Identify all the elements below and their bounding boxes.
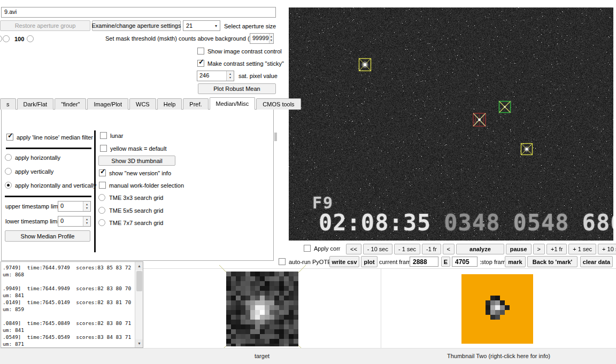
sat-pixel-spinbox[interactable]: 246 ▴▾ (197, 71, 234, 81)
vts-field-right: 0548 (513, 210, 569, 236)
divider (94, 130, 96, 252)
mask-threshold-spinbox[interactable]: 99999 ▴▾ (250, 33, 274, 44)
scroll-up-icon[interactable]: ▲ (135, 262, 143, 270)
stop-frame-input[interactable]: 4705 (452, 257, 478, 267)
playback-button[interactable]: pause (506, 244, 532, 254)
vts-frame-number: 68663 (582, 210, 613, 236)
yellow-mask-default-checkbox[interactable] (100, 145, 107, 152)
playback-button[interactable]: + 1 sec (568, 244, 596, 254)
auto-run-pyote-label: auto-run PyOTE (289, 259, 331, 265)
upper-timestamp-limit-spinbox[interactable]: 0 ▴▾ (58, 201, 91, 212)
aperture-marker-red[interactable] (472, 112, 487, 127)
apply-vertically-radio[interactable] (5, 168, 12, 175)
tab[interactable]: CMOS tools (256, 98, 301, 110)
tme-3x3-label: TME 3x3 search grid (109, 195, 163, 201)
tab[interactable]: Pref. (183, 98, 208, 110)
panel-scrollbar-thumb[interactable] (274, 133, 277, 141)
video-filename-input[interactable]: 9.avi (1, 7, 276, 18)
log-line: .9749] time:7644.9749 scores:83 85 83 72 (3, 264, 134, 271)
playback-button[interactable]: < (443, 244, 455, 254)
divider (6, 148, 91, 149)
aperture-default-radio-clipped[interactable] (0, 35, 2, 42)
spinner-arrows-icon[interactable]: ▴▾ (83, 216, 90, 226)
thumbnail-two-image[interactable] (461, 274, 533, 344)
apply-vertically-label: apply vertically (15, 168, 53, 175)
sat-pixel-label: sat. pixel value (238, 73, 278, 79)
tab[interactable]: "finder" (55, 98, 86, 110)
examine-aperture-settings-button[interactable]: Examine/change aperture settings (92, 20, 181, 31)
playback-button[interactable]: analyze (456, 244, 504, 254)
tab[interactable]: s (0, 98, 16, 110)
video-frame-view[interactable]: F9 02:08:350348054868663 (289, 7, 613, 241)
plot-button[interactable]: plot (361, 256, 378, 267)
show-median-profile-button[interactable]: Show Median Profile (5, 230, 90, 242)
aperture-marker-green[interactable] (498, 100, 511, 113)
aperture-size-select[interactable]: 21 ▾ (183, 20, 220, 31)
restore-aperture-group-button[interactable]: Restore aperture group (0, 20, 90, 31)
aperture-100-label: 100 (14, 36, 24, 42)
lower-timestamp-limit-label: lower timestamp limit (5, 218, 60, 224)
plot-robust-mean-button[interactable]: Plot Robust Mean (198, 83, 276, 94)
current-frame-input[interactable]: 2888 (410, 257, 438, 267)
tab[interactable]: Median/Misc (210, 97, 256, 110)
tab[interactable]: Dark/Flat (17, 98, 54, 110)
show-image-contrast-checkbox[interactable] (197, 48, 204, 55)
back-to-mark-button[interactable]: Back to 'mark' (527, 256, 578, 267)
tme-5x5-label: TME 5x5 search grid (109, 207, 163, 214)
video-frame-image[interactable] (289, 7, 613, 241)
log-line: um: 841 (3, 327, 134, 334)
lunar-checkbox[interactable] (100, 132, 107, 139)
spinner-arrows-icon[interactable]: ▴▾ (269, 34, 273, 43)
vts-timestamp: 02:08:35 (319, 210, 431, 236)
clear-data-button[interactable]: clear data (580, 256, 613, 267)
e-button[interactable]: E (441, 257, 450, 267)
aperture-default-radio-left[interactable] (3, 35, 10, 42)
line-noise-filter-checkbox[interactable]: ✓ (6, 134, 13, 141)
log-line (3, 278, 134, 285)
line-noise-filter-label: apply 'line noise' median filter (17, 134, 93, 141)
playback-button[interactable]: - 1 sec (394, 244, 420, 254)
show-image-contrast-label: Show image contrast control (207, 48, 282, 55)
apply-both-radio[interactable] (5, 182, 12, 189)
tab[interactable]: Image/Plot (87, 98, 128, 110)
auto-run-pyote-checkbox[interactable] (279, 258, 286, 265)
apply-horizontally-radio[interactable] (5, 154, 12, 161)
scroll-down-icon[interactable]: ▼ (135, 339, 143, 347)
playback-button[interactable]: +1 fr (546, 244, 567, 254)
aperture-marker-yellow-1[interactable] (358, 58, 372, 72)
playback-button[interactable]: << (346, 244, 361, 254)
tme-3x3-radio[interactable] (98, 194, 105, 201)
playback-button[interactable]: -1 fr (422, 244, 441, 254)
sticky-contrast-checkbox[interactable]: ✓ (197, 60, 204, 67)
playback-button[interactable]: + 10 sec (598, 244, 616, 254)
write-csv-button[interactable]: write csv (329, 256, 359, 267)
tab[interactable]: Help (157, 98, 182, 110)
dropdown-arrow-icon[interactable]: ▾ (215, 24, 220, 28)
target-thumbnail-image[interactable] (226, 272, 298, 346)
apply-horizontally-label: apply horizontally (15, 154, 60, 161)
show-new-version-checkbox[interactable]: ✓ (99, 169, 106, 176)
mask-threshold-value: 99999 (250, 34, 269, 43)
spinner-arrows-icon[interactable]: ▴▾ (226, 71, 234, 81)
log-lines: .9749] time:7644.9749 scores:83 85 83 72… (3, 264, 134, 347)
aperture-marker-yellow-2[interactable] (520, 143, 533, 156)
log-scrollbar-thumb[interactable] (136, 271, 142, 291)
mark-button[interactable]: mark (505, 256, 526, 267)
tme-7x7-radio[interactable] (98, 219, 105, 226)
apply-both-label: apply horizontally and vertically (15, 182, 96, 189)
tab[interactable]: WCS (129, 98, 156, 110)
manual-work-folder-checkbox[interactable] (99, 182, 106, 189)
aperture-100-radio[interactable] (27, 35, 34, 42)
spinner-arrows-icon[interactable]: ▴▾ (83, 202, 90, 211)
playback-button[interactable]: > (533, 244, 545, 254)
apply-corr-checkbox[interactable] (304, 245, 311, 252)
thumbnails-divider (381, 268, 381, 348)
lower-timestamp-limit-spinbox[interactable]: 0 ▴▾ (58, 216, 91, 227)
log-scrollbar[interactable]: ▲ ▼ (135, 262, 143, 347)
check-icon: ✓ (198, 58, 204, 65)
show-3d-thumbnail-button[interactable]: Show 3D thumbnail (98, 156, 175, 166)
playback-button[interactable]: - 10 sec (363, 244, 392, 254)
log-panel: .9749] time:7644.9749 scores:83 85 83 72… (1, 261, 143, 348)
tme-5x5-radio[interactable] (98, 207, 105, 214)
log-line: .9949] time:7644.9949 scores:82 83 80 70 (3, 285, 134, 292)
